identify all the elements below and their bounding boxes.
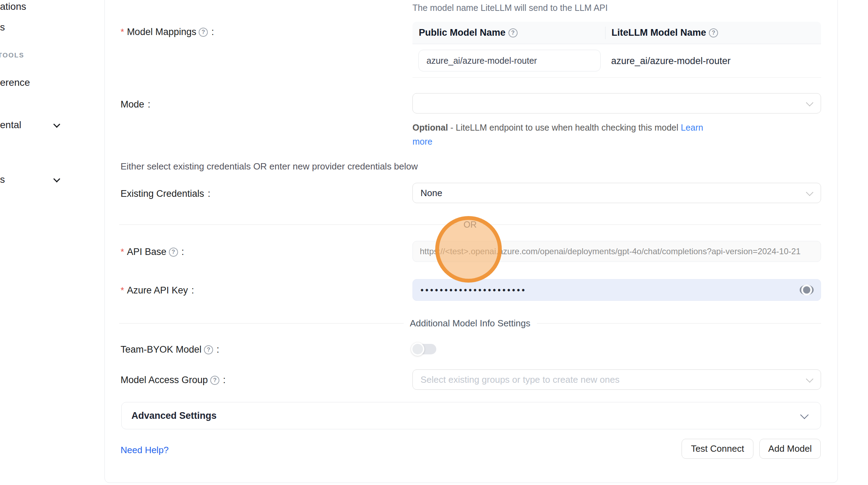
divider-line [537, 323, 821, 324]
model-mappings-label: * Model Mappings ? : [121, 27, 214, 37]
existing-credentials-value: None [421, 188, 442, 199]
team-byok-toggle[interactable] [412, 344, 436, 354]
eye-icon[interactable] [800, 285, 814, 295]
chevron-down-icon [806, 99, 813, 106]
help-circle-icon[interactable]: ? [210, 376, 219, 385]
header-divider [605, 27, 606, 39]
team-byok-label: Team-BYOK Model ? : [121, 344, 219, 355]
test-connect-button[interactable]: Test Connect [682, 439, 753, 459]
required-asterisk: * [121, 285, 124, 296]
table-row: azure_ai/azure-model-router [412, 44, 821, 78]
chevron-down-icon [54, 176, 60, 182]
divider-line [483, 224, 821, 225]
mode-label: Mode: [121, 99, 150, 110]
help-circle-icon[interactable]: ? [709, 28, 718, 37]
public-model-name-input[interactable] [418, 50, 601, 71]
help-circle-icon[interactable]: ? [169, 248, 178, 257]
toggle-knob [411, 342, 424, 356]
or-divider-text: OR [457, 220, 483, 230]
divider-line [119, 323, 404, 324]
additional-info-divider: Additional Model Info Settings [119, 318, 821, 329]
required-asterisk: * [121, 27, 124, 37]
mode-select[interactable] [412, 93, 821, 113]
chevron-down-icon [800, 410, 808, 419]
add-model-button[interactable]: Add Model [759, 439, 821, 459]
azure-api-key-label: * Azure API Key : [121, 285, 194, 296]
sidebar-item-truncated-ations[interactable]: ations [0, 1, 26, 12]
credentials-note: Either select existing credentials OR en… [121, 161, 418, 172]
chevron-down-icon [54, 122, 60, 127]
sidebar: ations s TOOLS erence ental s [0, 0, 104, 485]
help-circle-icon[interactable]: ? [199, 28, 208, 37]
api-base-label: * API Base ? : [121, 247, 184, 257]
model-access-group-label: Model Access Group ? : [121, 375, 226, 386]
azure-api-key-input[interactable]: •••••••••••••••••••••• [412, 279, 821, 301]
sidebar-item-truncated-ental[interactable]: ental [0, 119, 21, 131]
or-divider: OR [119, 220, 821, 230]
chevron-down-icon [806, 189, 813, 196]
sidebar-item-truncated-erence[interactable]: erence [0, 77, 30, 88]
model-mappings-table: Public Model Name ? LiteLLM Model Name ?… [412, 22, 821, 78]
select-placeholder: Select existing groups or type to create… [421, 374, 620, 385]
model-name-helper-text: The model name LiteLLM will send to the … [412, 3, 608, 13]
existing-credentials-label: Existing Credentials: [121, 188, 210, 199]
additional-info-divider-text: Additional Model Info Settings [404, 318, 537, 329]
sidebar-section-tools: TOOLS [0, 51, 24, 59]
required-asterisk: * [121, 247, 124, 257]
help-circle-icon[interactable]: ? [204, 345, 213, 354]
divider-line [119, 224, 457, 225]
column-header-litellm-model-name: LiteLLM Model Name ? [605, 22, 821, 44]
need-help-link[interactable]: Need Help? [121, 445, 169, 456]
sidebar-item-truncated-s2[interactable]: s [0, 174, 5, 185]
add-model-page: ations s TOOLS erence ental s The model … [0, 0, 868, 485]
sidebar-item-truncated-s[interactable]: s [0, 22, 5, 33]
masked-key-value: •••••••••••••••••••••• [421, 285, 527, 295]
help-circle-icon[interactable]: ? [508, 28, 518, 37]
api-base-input[interactable]: https://<test>.openai.azure.com/openai/d… [412, 241, 821, 262]
chevron-down-icon [806, 375, 813, 383]
advanced-settings-panel[interactable]: Advanced Settings [121, 402, 821, 429]
table-header-row: Public Model Name ? LiteLLM Model Name ? [412, 22, 821, 44]
mode-helper-text: Optional - LiteLLM endpoint to use when … [412, 120, 717, 148]
litellm-model-name-value: azure_ai/azure-model-router [611, 44, 731, 78]
advanced-settings-title: Advanced Settings [131, 410, 801, 421]
existing-credentials-select[interactable]: None [412, 183, 821, 203]
column-header-public-model-name: Public Model Name ? [412, 22, 605, 44]
model-access-group-select[interactable]: Select existing groups or type to create… [412, 369, 821, 390]
